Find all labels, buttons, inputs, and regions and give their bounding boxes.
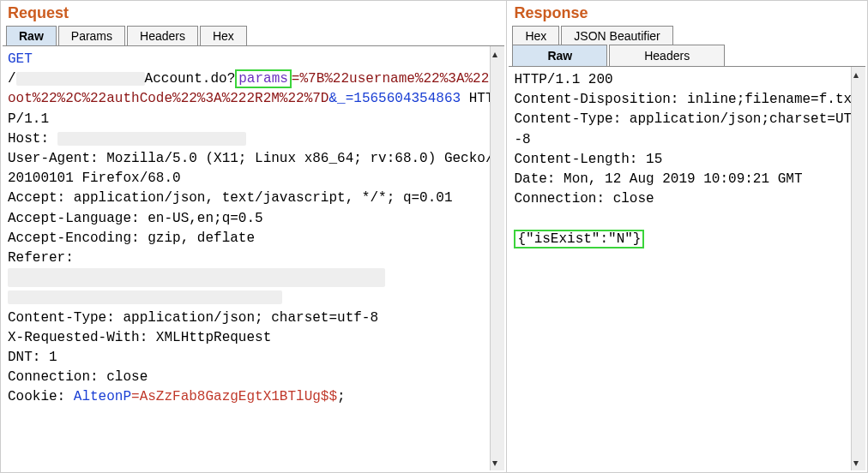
- resp-connection: Connection: close: [514, 191, 654, 207]
- accept-encoding: Accept-Encoding: gzip, deflate: [8, 231, 255, 246]
- tab-json-beautifier[interactable]: JSON Beautifier: [561, 26, 672, 45]
- resp-content-type: Content-Type: application/json;charset=U…: [514, 111, 859, 147]
- request-content-wrap: GET /Account.do?params=%7B%22username%22…: [3, 45, 504, 470]
- scroll-down-icon[interactable]: ▾: [492, 457, 497, 469]
- resp-content-length: Content-Length: 15: [514, 152, 662, 167]
- referer-label: Referer:: [8, 250, 74, 266]
- scroll-down-icon[interactable]: ▾: [853, 457, 859, 469]
- request-scrollbar[interactable]: ▴ ▾: [490, 46, 504, 470]
- cache-bust: &_=1565604354863: [329, 91, 461, 106]
- redacted-path: [16, 72, 145, 86]
- x-requested-with: X-Requested-With: XMLHttpRequest: [8, 330, 271, 345]
- redacted-host: [57, 132, 246, 146]
- tab-raw-resp[interactable]: Raw: [512, 45, 607, 66]
- response-tabs-row1: Hex JSON Beautifier: [507, 26, 867, 45]
- req-content-type: Content-Type: application/json; charset=…: [8, 310, 378, 326]
- scroll-up-icon[interactable]: ▴: [492, 48, 497, 60]
- response-raw-content[interactable]: HTTP/1.1 200 Content-Disposition: inline…: [509, 67, 865, 470]
- tab-headers[interactable]: Headers: [127, 26, 198, 45]
- response-body-highlight: {"isExist":"N"}: [514, 230, 644, 248]
- status-line: HTTP/1.1 200: [514, 72, 612, 87]
- cookie-tail: ;: [337, 389, 346, 404]
- tab-hex-resp[interactable]: Hex: [512, 26, 559, 45]
- response-panel: Response Hex JSON Beautifier Raw Headers…: [507, 0, 868, 473]
- cookie-key: AlteonP: [74, 389, 131, 404]
- redacted-referer: [8, 268, 385, 287]
- scroll-up-icon[interactable]: ▴: [853, 69, 859, 81]
- path-sep: ?: [227, 71, 236, 87]
- accept: Accept: application/json, text/javascrip…: [8, 190, 452, 206]
- accept-language: Accept-Language: en-US,en;q=0.5: [8, 211, 263, 226]
- response-scrollbar[interactable]: ▴ ▾: [851, 67, 865, 470]
- response-content-wrap: HTTP/1.1 200 Content-Disposition: inline…: [509, 66, 865, 470]
- resp-content-disposition: Content-Disposition: inline;filename=f.t…: [514, 92, 859, 107]
- req-connection: Connection: close: [8, 369, 148, 385]
- user-agent: User-Agent: Mozilla/5.0 (X11; Linux x86_…: [8, 151, 494, 186]
- request-tabs: Raw Params Headers Hex: [1, 26, 506, 45]
- http-method: GET: [8, 51, 33, 67]
- tab-headers-resp[interactable]: Headers: [609, 45, 725, 66]
- host-label: Host:: [8, 131, 49, 147]
- response-tabs-row2: Raw Headers: [507, 45, 867, 66]
- dnt: DNT: 1: [8, 350, 57, 365]
- tab-raw[interactable]: Raw: [6, 26, 57, 45]
- path-root: /: [8, 71, 16, 87]
- cookie-val: =AsZzFab8GazgEgtX1BTlUg$$: [131, 389, 337, 404]
- request-raw-content[interactable]: GET /Account.do?params=%7B%22username%22…: [3, 46, 504, 470]
- tab-params[interactable]: Params: [58, 26, 125, 45]
- resp-date: Date: Mon, 12 Aug 2019 10:09:21 GMT: [514, 171, 802, 187]
- request-panel: Request Raw Params Headers Hex GET /Acco…: [0, 0, 507, 473]
- redacted-referer2: [8, 290, 282, 304]
- cookie-label: Cookie:: [8, 389, 74, 404]
- path-account: Account.do: [145, 71, 227, 87]
- request-title: Request: [1, 1, 506, 26]
- response-title: Response: [507, 1, 867, 26]
- params-key-highlight: params: [235, 69, 292, 88]
- tab-hex[interactable]: Hex: [200, 26, 247, 45]
